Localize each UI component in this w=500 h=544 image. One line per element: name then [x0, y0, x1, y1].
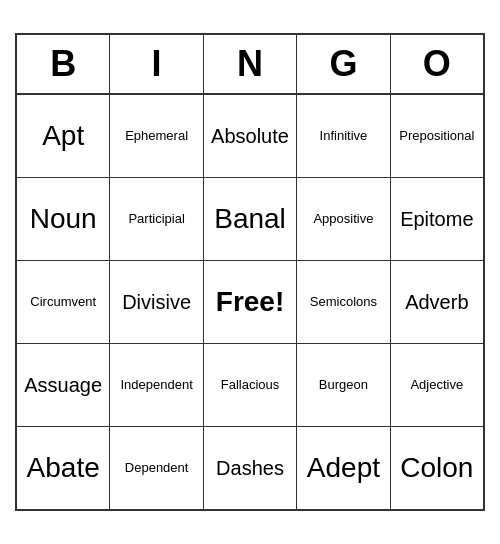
bingo-row-1: NounParticipialBanalAppositiveEpitome — [17, 178, 483, 261]
cell-text-0-0: Apt — [42, 119, 84, 153]
cell-text-2-4: Adverb — [405, 290, 468, 314]
cell-text-0-4: Prepositional — [399, 128, 474, 144]
bingo-cell-3-2: Fallacious — [204, 344, 297, 426]
bingo-cell-0-3: Infinitive — [297, 95, 390, 177]
bingo-cell-3-0: Assuage — [17, 344, 110, 426]
cell-text-4-2: Dashes — [216, 456, 284, 480]
bingo-cell-2-0: Circumvent — [17, 261, 110, 343]
bingo-cell-1-1: Participial — [110, 178, 203, 260]
cell-text-1-0: Noun — [30, 202, 97, 236]
bingo-card: BINGO AptEphemeralAbsoluteInfinitivePrep… — [15, 33, 485, 511]
bingo-cell-1-3: Appositive — [297, 178, 390, 260]
bingo-cell-0-4: Prepositional — [391, 95, 483, 177]
cell-text-1-2: Banal — [214, 202, 286, 236]
cell-text-4-1: Dependent — [125, 460, 189, 476]
bingo-cell-0-1: Ephemeral — [110, 95, 203, 177]
cell-text-2-2: Free! — [216, 285, 284, 319]
cell-text-1-3: Appositive — [313, 211, 373, 227]
header-letter-g: G — [297, 35, 390, 93]
bingo-cell-1-4: Epitome — [391, 178, 483, 260]
bingo-cell-1-0: Noun — [17, 178, 110, 260]
bingo-cell-1-2: Banal — [204, 178, 297, 260]
cell-text-4-3: Adept — [307, 451, 380, 485]
cell-text-2-3: Semicolons — [310, 294, 377, 310]
header-letter-b: B — [17, 35, 110, 93]
bingo-cell-2-3: Semicolons — [297, 261, 390, 343]
cell-text-3-4: Adjective — [410, 377, 463, 393]
cell-text-1-4: Epitome — [400, 207, 473, 231]
cell-text-3-3: Burgeon — [319, 377, 368, 393]
bingo-row-4: AbateDependentDashesAdeptColon — [17, 427, 483, 509]
header-letter-o: O — [391, 35, 483, 93]
bingo-cell-2-2: Free! — [204, 261, 297, 343]
bingo-row-0: AptEphemeralAbsoluteInfinitivePrepositio… — [17, 95, 483, 178]
bingo-cell-2-1: Divisive — [110, 261, 203, 343]
bingo-cell-0-2: Absolute — [204, 95, 297, 177]
bingo-cell-4-3: Adept — [297, 427, 390, 509]
bingo-cell-4-4: Colon — [391, 427, 483, 509]
cell-text-2-1: Divisive — [122, 290, 191, 314]
bingo-grid: AptEphemeralAbsoluteInfinitivePrepositio… — [17, 95, 483, 509]
cell-text-0-3: Infinitive — [320, 128, 368, 144]
cell-text-4-0: Abate — [27, 451, 100, 485]
bingo-cell-4-2: Dashes — [204, 427, 297, 509]
cell-text-1-1: Participial — [128, 211, 184, 227]
header-letter-i: I — [110, 35, 203, 93]
bingo-row-3: AssuageIndependentFallaciousBurgeonAdjec… — [17, 344, 483, 427]
cell-text-2-0: Circumvent — [30, 294, 96, 310]
bingo-cell-2-4: Adverb — [391, 261, 483, 343]
cell-text-0-1: Ephemeral — [125, 128, 188, 144]
header-letter-n: N — [204, 35, 297, 93]
bingo-row-2: CircumventDivisiveFree!SemicolonsAdverb — [17, 261, 483, 344]
bingo-header: BINGO — [17, 35, 483, 95]
cell-text-4-4: Colon — [400, 451, 473, 485]
cell-text-3-2: Fallacious — [221, 377, 280, 393]
cell-text-3-0: Assuage — [24, 373, 102, 397]
bingo-cell-3-1: Independent — [110, 344, 203, 426]
bingo-cell-4-0: Abate — [17, 427, 110, 509]
bingo-cell-4-1: Dependent — [110, 427, 203, 509]
bingo-cell-0-0: Apt — [17, 95, 110, 177]
bingo-cell-3-4: Adjective — [391, 344, 483, 426]
bingo-cell-3-3: Burgeon — [297, 344, 390, 426]
cell-text-3-1: Independent — [120, 377, 192, 393]
cell-text-0-2: Absolute — [211, 124, 289, 148]
